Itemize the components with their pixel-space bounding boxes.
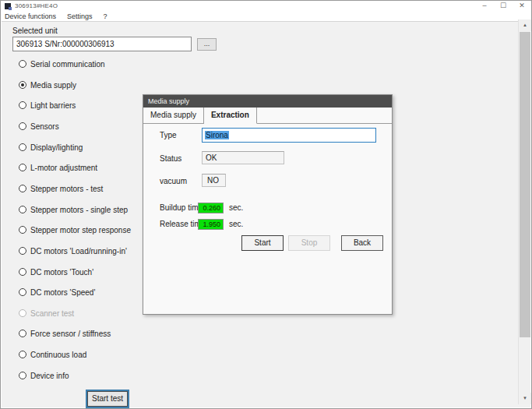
radio-icon[interactable] bbox=[19, 226, 26, 234]
release-time-unit: sec. bbox=[229, 220, 243, 228]
radio-item-dc-motors-touch[interactable]: DC motors 'Touch' bbox=[19, 266, 93, 277]
minimize-icon[interactable]: – bbox=[475, 1, 494, 11]
radio-item-media-supply[interactable]: Media supply bbox=[19, 79, 76, 90]
radio-item-label: Light barriers bbox=[30, 101, 76, 110]
radio-item-l-motor-adjustment[interactable]: L-motor adjustment bbox=[19, 162, 97, 173]
radio-icon[interactable] bbox=[19, 372, 26, 379]
scroll-up-icon[interactable]: ▲ bbox=[519, 19, 531, 31]
radio-icon[interactable] bbox=[19, 185, 26, 192]
tab-media-supply[interactable]: Media supply bbox=[143, 108, 204, 124]
radio-item-label: Device info bbox=[30, 372, 69, 380]
start-test-button[interactable]: Start test bbox=[87, 391, 128, 407]
radio-item-label: Scanner test bbox=[30, 309, 74, 318]
radio-icon[interactable] bbox=[19, 122, 26, 130]
menu-help[interactable]: ? bbox=[98, 11, 113, 21]
radio-item-sensors[interactable]: Sensors bbox=[19, 121, 59, 132]
scrollbar-thumb[interactable] bbox=[520, 32, 530, 337]
type-label: Type bbox=[160, 131, 177, 139]
radio-item-continuous-load[interactable]: Continuous load bbox=[19, 349, 86, 360]
buildup-time-unit: sec. bbox=[229, 203, 243, 212]
radio-item-force-sensor-stiffness[interactable]: Force sensor / stiffness bbox=[19, 328, 111, 339]
vacuum-field: NO bbox=[202, 174, 226, 187]
radio-item-label: Stepper motor step response bbox=[30, 226, 131, 234]
close-icon[interactable]: ✕ bbox=[513, 1, 531, 11]
selected-unit-field[interactable]: 306913 S/Nr:000000306913 bbox=[12, 37, 192, 51]
maximize-icon[interactable]: ☐ bbox=[494, 1, 513, 11]
radio-icon bbox=[19, 309, 26, 317]
radio-item-stepper-motor-step-response[interactable]: Stepper motor step response bbox=[19, 224, 131, 235]
radio-item-label: Stepper motors - test bbox=[30, 185, 103, 193]
back-button[interactable]: Back bbox=[341, 235, 383, 251]
dialog-title: Media supply bbox=[143, 95, 392, 108]
radio-icon[interactable] bbox=[19, 330, 26, 337]
radio-item-label: Sensors bbox=[30, 122, 59, 131]
radio-icon[interactable] bbox=[19, 206, 26, 213]
radio-item-stepper-motors-test[interactable]: Stepper motors - test bbox=[19, 183, 103, 194]
radio-item-device-info[interactable]: Device info bbox=[19, 370, 69, 381]
radio-item-stepper-motors-single-step[interactable]: Stepper motors - single step bbox=[19, 204, 128, 215]
vertical-scrollbar[interactable]: ▲ ▼ bbox=[518, 19, 530, 404]
menu-bar: Device functions Settings ? bbox=[1, 11, 531, 21]
radio-icon[interactable] bbox=[19, 288, 26, 296]
radio-item-dc-motors-speed[interactable]: DC motors 'Speed' bbox=[19, 287, 95, 298]
menu-device-functions[interactable]: Device functions bbox=[1, 11, 62, 21]
status-field: OK bbox=[202, 151, 284, 164]
radio-item-label: DC motors 'Touch' bbox=[30, 268, 93, 277]
tab-extraction[interactable]: Extraction bbox=[204, 108, 257, 124]
window-title: 306913#HE4O bbox=[15, 2, 58, 9]
window-controls: – ☐ ✕ bbox=[475, 1, 531, 11]
client-area: Selected unit 306913 S/Nr:000000306913 .… bbox=[2, 21, 530, 407]
radio-item-label: Continuous load bbox=[30, 351, 86, 359]
radio-item-display-lighting[interactable]: Display/lighting bbox=[19, 142, 83, 153]
radio-icon[interactable] bbox=[19, 247, 26, 255]
radio-item-serial-communication[interactable]: Serial communication bbox=[19, 58, 105, 69]
dialog-tab-row: Media supply Extraction bbox=[143, 108, 392, 124]
app-window: 306913#HE4O – ☐ ✕ Device functions Setti… bbox=[0, 0, 532, 409]
menu-settings[interactable]: Settings bbox=[62, 11, 98, 21]
scroll-down-icon[interactable]: ▼ bbox=[519, 393, 531, 404]
vacuum-label: vacuum bbox=[160, 177, 187, 185]
release-time-value: 1.950 bbox=[198, 219, 224, 230]
start-button[interactable]: Start bbox=[241, 235, 284, 251]
type-selected-text: Sirona bbox=[205, 131, 229, 139]
radio-item-label: Force sensor / stiffness bbox=[30, 330, 111, 338]
app-icon bbox=[5, 3, 11, 9]
radio-icon[interactable] bbox=[19, 268, 26, 276]
radio-item-scanner-test: Scanner test bbox=[19, 308, 74, 319]
selected-unit-label: Selected unit bbox=[12, 26, 58, 35]
browse-unit-button[interactable]: ... bbox=[197, 38, 217, 51]
title-bar: 306913#HE4O – ☐ ✕ bbox=[1, 1, 531, 11]
radio-icon[interactable] bbox=[19, 164, 26, 171]
radio-item-dc-motors-load-running-in[interactable]: DC motors 'Load/running-in' bbox=[19, 245, 127, 256]
media-supply-dialog: Media supply Media supply Extraction Typ… bbox=[143, 94, 393, 315]
radio-item-label: Display/lighting bbox=[30, 143, 83, 152]
radio-item-label: Serial communication bbox=[30, 60, 105, 69]
stop-button: Stop bbox=[288, 235, 330, 251]
radio-icon[interactable] bbox=[19, 101, 26, 109]
radio-item-label: L-motor adjustment bbox=[30, 164, 97, 172]
radio-item-label: Stepper motors - single step bbox=[30, 206, 128, 214]
radio-icon[interactable] bbox=[19, 351, 26, 358]
radio-item-label: DC motors 'Load/running-in' bbox=[30, 247, 127, 256]
radio-selected-icon[interactable] bbox=[19, 81, 26, 89]
status-label: Status bbox=[160, 154, 181, 163]
radio-icon[interactable] bbox=[19, 143, 26, 151]
radio-item-light-barriers[interactable]: Light barriers bbox=[19, 100, 76, 111]
radio-item-label: Media supply bbox=[30, 81, 76, 90]
radio-icon[interactable] bbox=[19, 60, 26, 68]
type-input[interactable]: Sirona bbox=[202, 128, 376, 143]
buildup-time-value: 0.260 bbox=[198, 203, 224, 213]
buildup-time-label: Buildup time bbox=[160, 203, 203, 212]
radio-item-label: DC motors 'Speed' bbox=[30, 288, 95, 297]
